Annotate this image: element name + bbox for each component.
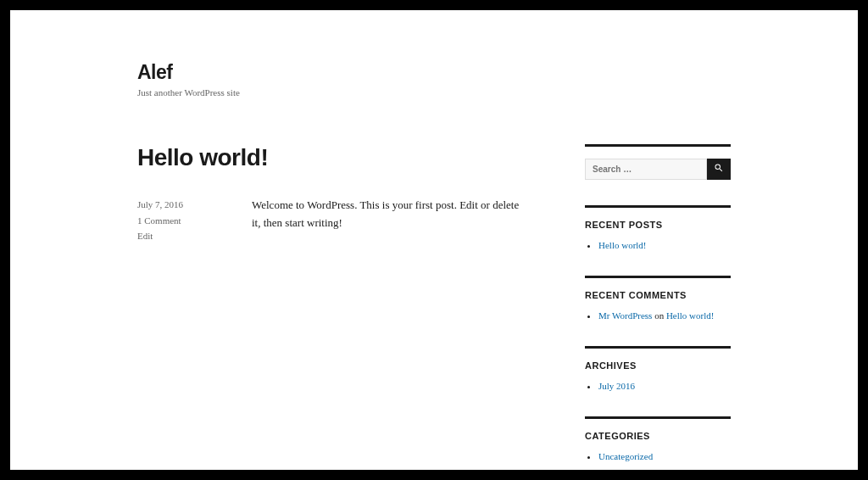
page-frame: Alef Just another WordPress site Hello w…: [10, 10, 858, 470]
archives-list: July 2016: [585, 381, 731, 391]
page-inner: Alef Just another WordPress site Hello w…: [10, 10, 858, 470]
widget-rule: [585, 346, 731, 349]
category-link[interactable]: Uncategorized: [598, 451, 653, 461]
archives-widget: ARCHIVES July 2016: [585, 346, 731, 391]
post-title-link[interactable]: Hello world!: [137, 144, 268, 170]
site-tagline: Just another WordPress site: [137, 87, 731, 98]
post-date-link[interactable]: July 7, 2016: [137, 199, 183, 209]
widget-rule: [585, 276, 731, 278]
recent-posts-widget: RECENT POSTS Hello world!: [585, 205, 731, 250]
main-column: Hello world! July 7, 2016 1 Comment Edit…: [137, 144, 542, 470]
widget-title: ARCHIVES: [585, 360, 731, 371]
list-item: Mr WordPress on Hello world!: [598, 310, 731, 321]
recent-post-link[interactable]: Hello world!: [598, 240, 647, 250]
comment-author-link[interactable]: Mr WordPress: [598, 310, 652, 321]
site-title: Alef: [137, 61, 731, 84]
recent-comments-widget: RECENT COMMENTS Mr WordPress on Hello wo…: [585, 276, 731, 321]
comment-on-text: on: [652, 310, 666, 321]
list-item: Hello world!: [598, 240, 731, 250]
widget-rule: [585, 416, 731, 419]
list-item: July 2016: [598, 381, 731, 391]
categories-widget: CATEGORIES Uncategorized: [585, 416, 731, 461]
search-input[interactable]: [585, 159, 707, 180]
widget-title: RECENT POSTS: [585, 220, 731, 230]
search-button[interactable]: [707, 159, 731, 180]
widget-title: RECENT COMMENTS: [585, 290, 731, 300]
post-body: July 7, 2016 1 Comment Edit Welcome to W…: [137, 197, 526, 244]
content-area: Hello world! July 7, 2016 1 Comment Edit…: [137, 144, 731, 470]
site-header: Alef Just another WordPress site: [137, 61, 731, 98]
post-content: Welcome to WordPress. This is your first…: [252, 197, 526, 244]
list-item: Uncategorized: [598, 451, 731, 461]
recent-posts-list: Hello world!: [585, 240, 731, 250]
search-form: [585, 144, 731, 180]
site-title-link[interactable]: Alef: [137, 61, 172, 83]
archive-link[interactable]: July 2016: [598, 381, 635, 391]
post-edit-link[interactable]: Edit: [137, 231, 153, 241]
sidebar: RECENT POSTS Hello world! RECENT COMMENT…: [585, 144, 731, 470]
post-title: Hello world!: [137, 144, 526, 171]
widget-rule: [585, 205, 731, 208]
search-widget: [585, 144, 731, 180]
widget-title: CATEGORIES: [585, 431, 731, 441]
post-meta: July 7, 2016 1 Comment Edit: [137, 197, 226, 244]
recent-comments-list: Mr WordPress on Hello world!: [585, 310, 731, 321]
categories-list: Uncategorized: [585, 451, 731, 461]
post-comments-link[interactable]: 1 Comment: [137, 215, 181, 226]
post: Hello world! July 7, 2016 1 Comment Edit…: [137, 144, 526, 244]
search-icon: [714, 163, 724, 176]
comment-post-link[interactable]: Hello world!: [666, 310, 715, 321]
